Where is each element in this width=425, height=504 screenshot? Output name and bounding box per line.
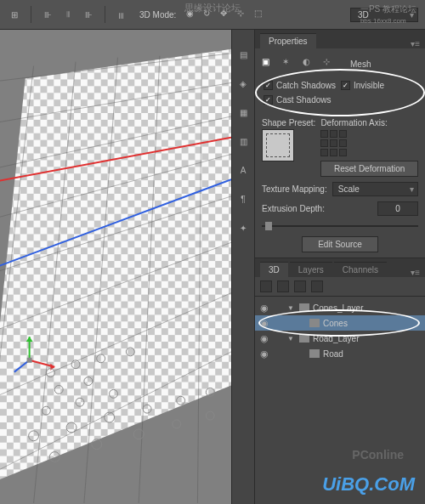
3d-panel: ◉ ▼ Cones_Layer◉ Cones◉ ▼ Road_Layer◉ Ro… xyxy=(255,277,425,504)
align-left-icon[interactable]: ⊪ xyxy=(40,7,55,22)
histogram-icon[interactable]: ▤ xyxy=(235,47,251,62)
paragraph-icon[interactable]: ¶ xyxy=(235,191,251,207)
watermark-top: 思缘设计论坛 xyxy=(184,2,241,14)
color-icon[interactable]: ▦ xyxy=(235,105,251,120)
collapsed-panel-dock: ▤ ◈ ▦ ▥ A ¶ ✦ xyxy=(231,30,255,504)
divider xyxy=(105,6,105,23)
twisty-icon[interactable]: ▼ xyxy=(287,335,296,343)
shape-preset-thumbnail[interactable] xyxy=(262,129,294,161)
axis-grid[interactable] xyxy=(320,130,418,156)
3d-panel-tab-bar: 3D Layers Channels ▾≡ xyxy=(255,258,425,277)
tree-item-label: Road_Layer xyxy=(313,334,359,343)
invisible-label: Invisible xyxy=(354,81,384,90)
tab-channels[interactable]: Channels xyxy=(334,262,387,277)
tree-row[interactable]: ◉ Road xyxy=(255,346,425,361)
tab-3d[interactable]: 3D xyxy=(260,262,288,277)
texture-mapping-label: Texture Mapping: xyxy=(262,184,327,194)
visibility-icon[interactable]: ◉ xyxy=(260,333,270,344)
tab-layers[interactable]: Layers xyxy=(290,262,332,277)
svg-point-41 xyxy=(92,439,102,450)
align-right-icon[interactable]: ⊪ xyxy=(81,7,96,22)
coords-icon[interactable]: ⊹ xyxy=(323,57,337,71)
tree-item-label: Cones xyxy=(323,319,348,328)
catch-shadows-label: Catch Shadows xyxy=(276,81,336,90)
tree-row[interactable]: ◉ ▼ Cones_Layer xyxy=(255,300,425,315)
extrusion-depth-label: Extrusion Depth: xyxy=(262,204,325,213)
extrusion-depth-field[interactable] xyxy=(377,201,418,216)
tab-properties[interactable]: Properties xyxy=(260,33,316,48)
mesh-icon[interactable]: ▣ xyxy=(262,57,275,71)
texture-mapping-dropdown[interactable]: Scale xyxy=(332,182,418,196)
catch-shadows-checkbox[interactable]: ✓Catch Shadows xyxy=(264,81,339,90)
tree-item-label: Road xyxy=(323,349,343,359)
3d-scene-tree: ◉ ▼ Cones_Layer◉ Cones◉ ▼ Road_Layer◉ Ro… xyxy=(255,297,425,365)
mesh-item-icon xyxy=(299,303,309,312)
distribute-icon[interactable]: ⫼ xyxy=(114,7,129,22)
right-panel-stack: Properties ▾≡ ▣ ✶ ◐ ⊹ Mesh ✓Catch Shadow… xyxy=(255,30,425,504)
divider xyxy=(31,6,31,23)
cast-shadows-checkbox[interactable]: ✓Cast Shadows xyxy=(264,95,339,105)
panel-menu-icon[interactable]: ▾≡ xyxy=(405,39,425,48)
mesh-item-icon xyxy=(309,319,320,327)
deformation-axis-label: Deformation Axis: xyxy=(320,118,418,127)
history-icon[interactable]: ◈ xyxy=(235,76,251,91)
shape-preset-label: Shape Preset: xyxy=(262,118,315,127)
svg-marker-3 xyxy=(0,49,231,486)
visibility-icon[interactable]: ◉ xyxy=(260,348,270,360)
svg-point-43 xyxy=(173,420,181,428)
filter-scene-icon[interactable] xyxy=(260,280,272,292)
mesh-label: Mesh xyxy=(350,59,371,69)
mode-label: 3D Mode: xyxy=(139,10,176,20)
watermark-bottom: UiBQ.CoM xyxy=(322,473,415,496)
tree-row[interactable]: ◉ Cones xyxy=(255,315,425,331)
properties-panel: ▣ ✶ ◐ ⊹ Mesh ✓Catch Shadows ✓Invisible ✓… xyxy=(255,48,425,258)
swatches-icon[interactable]: ▥ xyxy=(235,133,251,149)
svg-rect-24 xyxy=(27,358,32,363)
extrusion-slider[interactable] xyxy=(262,221,418,231)
filter-mesh-icon[interactable] xyxy=(277,280,289,292)
edit-source-button[interactable]: Edit Source xyxy=(302,236,378,252)
svg-point-44 xyxy=(206,411,214,420)
filter-light-icon[interactable] xyxy=(311,280,323,292)
filter-material-icon[interactable] xyxy=(294,280,306,292)
watermark-pconline: PConline xyxy=(352,448,404,462)
3d-filter-bar xyxy=(255,277,425,297)
constrain-icon[interactable]: ⊞ xyxy=(7,7,22,22)
panel-menu-icon[interactable]: ▾≡ xyxy=(405,268,425,277)
tree-row[interactable]: ◉ ▼ Road_Layer xyxy=(255,331,425,346)
text-icon[interactable]: A xyxy=(235,162,251,178)
watermark-top-right: 一PS 教程论坛bbs.16xx8.com xyxy=(360,3,416,25)
visibility-icon[interactable]: ◉ xyxy=(260,303,270,314)
3d-viewport[interactable] xyxy=(0,30,231,504)
tree-item-label: Cones_Layer xyxy=(313,303,363,313)
viewport-canvas xyxy=(0,30,231,504)
twisty-icon[interactable]: ▼ xyxy=(287,304,296,312)
reset-deformation-button[interactable]: Reset Deformation xyxy=(320,161,418,177)
invisible-checkbox[interactable]: ✓Invisible xyxy=(341,81,416,90)
svg-point-42 xyxy=(133,429,144,439)
cap-icon[interactable]: ◐ xyxy=(303,57,316,71)
align-center-icon[interactable]: ⫴ xyxy=(60,7,76,22)
visibility-icon[interactable]: ◉ xyxy=(260,318,270,329)
deform-icon[interactable]: ✶ xyxy=(282,57,296,71)
styles-icon[interactable]: ✦ xyxy=(235,220,251,235)
properties-tab-bar: Properties ▾≡ xyxy=(255,30,425,48)
cast-shadows-label: Cast Shadows xyxy=(276,95,331,105)
mesh-item-icon xyxy=(299,334,309,343)
scale-icon[interactable]: ⬚ xyxy=(254,8,266,20)
mesh-item-icon xyxy=(309,349,320,358)
